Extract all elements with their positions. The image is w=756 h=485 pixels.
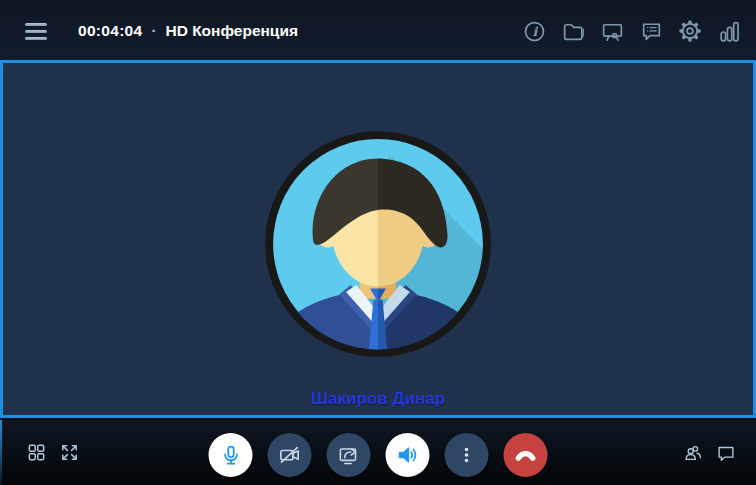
chat-messages-icon[interactable] xyxy=(638,18,664,44)
call-controls xyxy=(209,433,548,477)
fullscreen-icon[interactable] xyxy=(57,441,81,465)
camera-button[interactable] xyxy=(268,433,312,477)
conference-window: 00:04:04 · HD Конференция i xyxy=(0,0,756,485)
microphone-button[interactable] xyxy=(209,433,253,477)
participants-icon[interactable] xyxy=(681,441,705,465)
participant-avatar xyxy=(264,130,492,358)
video-stage: Шакиров Динар xyxy=(0,60,756,418)
chat-icon[interactable] xyxy=(714,441,738,465)
hang-up-button[interactable] xyxy=(504,433,548,477)
folder-icon[interactable] xyxy=(560,18,586,44)
conference-title: HD Конференция xyxy=(165,22,298,40)
call-timer: 00:04:04 xyxy=(78,22,142,40)
panel-controls xyxy=(681,420,738,485)
menu-icon[interactable] xyxy=(25,23,47,40)
layout-controls xyxy=(24,420,81,485)
left-accent-strip xyxy=(0,420,2,485)
control-bar xyxy=(0,420,756,485)
connection-stats-icon[interactable] xyxy=(716,18,742,44)
svg-text:i: i xyxy=(532,24,538,39)
participant-name-label: Шакиров Динар xyxy=(3,389,753,409)
avatar-illustration xyxy=(264,130,492,358)
info-icon[interactable]: i xyxy=(521,18,547,44)
speaker-button[interactable] xyxy=(386,433,430,477)
screen-share-button[interactable] xyxy=(327,433,371,477)
conference-info: 00:04:04 · HD Конференция xyxy=(78,22,298,40)
separator-dot: · xyxy=(151,22,156,39)
grid-layout-icon[interactable] xyxy=(24,441,48,465)
topbar-icon-group: i xyxy=(521,18,756,44)
whiteboard-icon[interactable] xyxy=(599,18,625,44)
top-bar: 00:04:04 · HD Конференция i xyxy=(0,0,756,62)
settings-gear-icon[interactable] xyxy=(677,18,703,44)
more-options-button[interactable] xyxy=(445,433,489,477)
